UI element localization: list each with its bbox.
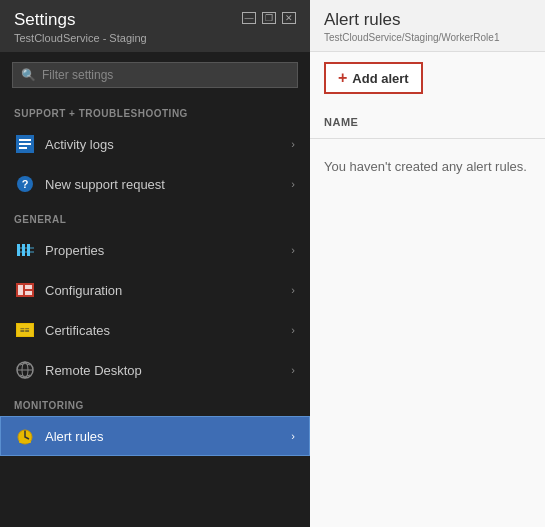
svg-rect-3 xyxy=(19,147,27,149)
column-name-header: NAME xyxy=(324,116,358,128)
properties-icon xyxy=(15,240,35,260)
settings-title: Settings xyxy=(14,10,147,30)
plus-icon: + xyxy=(338,69,347,87)
empty-state-message: You haven't created any alert rules. xyxy=(310,139,545,194)
settings-title-block: Settings TestCloudService - Staging xyxy=(14,10,147,44)
svg-rect-8 xyxy=(27,244,30,256)
minimize-button[interactable]: — xyxy=(242,12,256,24)
menu-item-activity-logs[interactable]: Activity logs › xyxy=(0,124,310,164)
section-general-label: GENERAL xyxy=(0,204,310,230)
settings-subtitle: TestCloudService - Staging xyxy=(14,32,147,44)
section-monitoring-label: MONITORING xyxy=(0,390,310,416)
menu-item-alert-rules[interactable]: Alert rules › xyxy=(0,416,310,456)
settings-panel: Settings TestCloudService - Staging — ❐ … xyxy=(0,0,310,527)
certificates-icon: ≡≡ xyxy=(15,320,35,340)
properties-chevron: › xyxy=(291,244,295,256)
add-alert-button[interactable]: + Add alert xyxy=(324,62,423,94)
alert-rules-chevron: › xyxy=(291,430,295,442)
menu-item-certificates[interactable]: ≡≡ Certificates › xyxy=(0,310,310,350)
alert-header: Alert rules TestCloudService/Staging/Wor… xyxy=(310,0,545,52)
alert-rules-label: Alert rules xyxy=(45,429,291,444)
remote-desktop-label: Remote Desktop xyxy=(45,363,291,378)
new-support-icon: ? xyxy=(15,174,35,194)
certificates-chevron: › xyxy=(291,324,295,336)
activity-logs-icon xyxy=(15,134,35,154)
svg-rect-2 xyxy=(19,143,31,145)
certificates-label: Certificates xyxy=(45,323,291,338)
svg-rect-10 xyxy=(20,251,34,253)
svg-rect-7 xyxy=(22,244,25,256)
menu-item-new-support[interactable]: ? New support request › xyxy=(0,164,310,204)
configuration-label: Configuration xyxy=(45,283,291,298)
settings-header: Settings TestCloudService - Staging — ❐ … xyxy=(0,0,310,52)
svg-rect-14 xyxy=(25,291,32,295)
svg-text:?: ? xyxy=(22,178,29,190)
menu-item-remote-desktop[interactable]: Remote Desktop › xyxy=(0,350,310,390)
section-support-label: SUPPORT + TROUBLESHOOTING xyxy=(0,98,310,124)
svg-rect-9 xyxy=(20,247,34,249)
new-support-label: New support request xyxy=(45,177,291,192)
properties-label: Properties xyxy=(45,243,291,258)
search-icon: 🔍 xyxy=(21,68,36,82)
alert-rules-icon xyxy=(15,426,35,446)
add-alert-label: Add alert xyxy=(352,71,408,86)
restore-button[interactable]: ❐ xyxy=(262,12,276,24)
svg-rect-6 xyxy=(17,244,20,256)
activity-logs-chevron: › xyxy=(291,138,295,150)
search-box: 🔍 xyxy=(12,62,298,88)
configuration-chevron: › xyxy=(291,284,295,296)
new-support-chevron: › xyxy=(291,178,295,190)
search-input[interactable] xyxy=(42,68,289,82)
svg-text:≡≡: ≡≡ xyxy=(20,326,30,335)
table-header: NAME xyxy=(310,104,545,139)
svg-rect-1 xyxy=(19,139,31,141)
remote-desktop-chevron: › xyxy=(291,364,295,376)
activity-logs-label: Activity logs xyxy=(45,137,291,152)
svg-rect-13 xyxy=(25,285,32,289)
svg-rect-23 xyxy=(19,441,31,443)
menu-item-properties[interactable]: Properties › xyxy=(0,230,310,270)
remote-desktop-icon xyxy=(15,360,35,380)
window-controls: — ❐ ✕ xyxy=(242,12,296,24)
close-button[interactable]: ✕ xyxy=(282,12,296,24)
alert-rules-subtitle: TestCloudService/Staging/WorkerRole1 xyxy=(324,32,531,43)
alert-panel: Alert rules TestCloudService/Staging/Wor… xyxy=(310,0,545,527)
svg-rect-12 xyxy=(18,285,23,295)
alert-rules-title: Alert rules xyxy=(324,10,531,30)
menu-item-configuration[interactable]: Configuration › xyxy=(0,270,310,310)
configuration-icon xyxy=(15,280,35,300)
